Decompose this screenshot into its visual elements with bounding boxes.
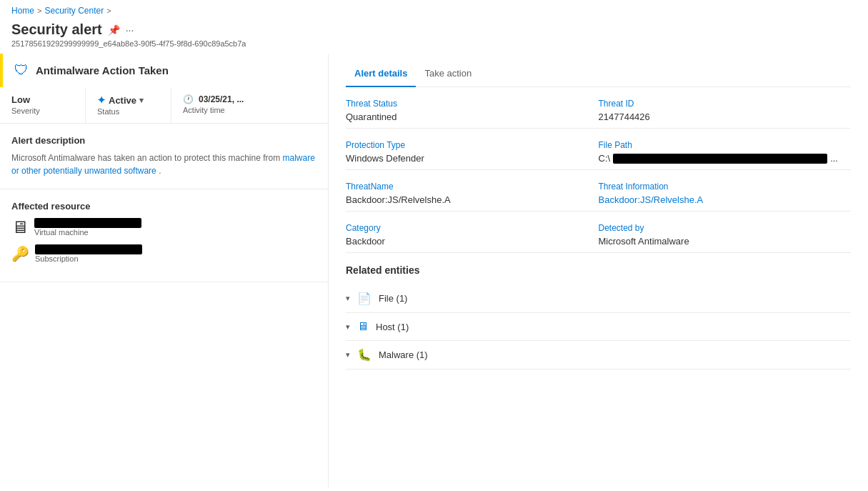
severity-value: Low [11,94,74,105]
threat-name-cell: ThreatName Backdoor:JS/Relvelshe.A [346,170,599,212]
breadcrumb-security-center[interactable]: Security Center [44,6,104,16]
alert-title: Antimalware Action Taken [36,64,169,76]
breadcrumb-sep1: > [37,6,41,15]
severity-meta: Low Severity [0,87,86,123]
entity-host-row[interactable]: ▾ 🖥 Host (1) [346,313,851,341]
protection-type-value: Windows Defender [346,153,593,164]
threat-name-value: Backdoor:JS/Relvelshe.A [346,194,593,205]
status-spinner-icon: ✦ [97,94,106,106]
host-entity-label: Host (1) [376,322,409,332]
desc-text-before: Microsoft Antimalware has taken an actio… [11,153,280,163]
desc-text-after: . [159,166,161,176]
subscription-resource-item: 🔑 Subscription [11,244,316,263]
vm-resource-item: 🖥 Virtual machine [11,217,316,237]
subscription-icon: 🔑 [11,245,29,262]
threat-id-value: 2147744426 [599,111,846,122]
threat-name-label: ThreatName [346,182,593,192]
clock-icon: 🕐 [183,94,194,104]
page-title: Security alert [11,21,102,38]
pin-icon[interactable]: 📌 [108,24,120,36]
breadcrumb-home[interactable]: Home [11,6,34,16]
entity-file-row[interactable]: ▾ 📄 File (1) [346,284,851,313]
alert-meta: Low Severity ✦ Active ▾ Status 🕐 03/25/2… [0,87,328,124]
file-entity-label: File (1) [379,293,407,304]
threat-status-label: Threat Status [346,99,593,109]
tabs: Alert details Take action [346,54,851,87]
vm-type-label: Virtual machine [34,228,141,237]
related-entities-section: Related entities ▾ 📄 File (1) ▾ 🖥 Host (… [346,253,851,381]
more-icon[interactable]: ··· [126,24,134,36]
alert-header: 🛡 Antimalware Action Taken [0,54,328,87]
left-panel: 🛡 Antimalware Action Taken Low Severity … [0,54,329,487]
status-text: Active [109,95,136,106]
vm-resource-info: Virtual machine [34,218,141,237]
file-entity-icon: 📄 [357,292,371,305]
status-chevron-icon[interactable]: ▾ [139,96,144,105]
status-label: Status [97,107,159,116]
malware-entity-label: Malware (1) [379,349,428,360]
page-header: Security alert 📌 ··· 2517856192929999999… [0,19,868,54]
malware-chevron-icon: ▾ [346,350,350,359]
subscription-name-redacted [35,244,142,254]
status-meta[interactable]: ✦ Active ▾ Status [86,87,171,123]
category-value: Backdoor [346,236,593,247]
detected-by-cell: Detected by Microsoft Antimalware [599,212,852,253]
protection-type-label: Protection Type [346,140,593,150]
right-panel: Alert details Take action Threat Status … [329,54,868,487]
alert-description-text: Microsoft Antimalware has taken an actio… [11,152,316,177]
details-grid: Threat Status Quarantined Threat ID 2147… [346,87,851,253]
alert-description-title: Alert description [11,135,316,146]
page-subtitle: 25178561929299999999_e64ab8e3-90f5-4f75-… [11,39,857,48]
affected-resource-title: Affected resource [11,201,316,212]
file-path-value: C:\ ... [599,153,846,164]
threat-status-cell: Threat Status Quarantined [346,87,599,129]
status-value: ✦ Active ▾ [97,94,159,106]
affected-resource-section: Affected resource 🖥 Virtual machine 🔑 Su… [0,189,328,282]
file-chevron-icon: ▾ [346,294,350,303]
threat-info-value[interactable]: Backdoor:JS/Relvelshe.A [599,194,846,205]
threat-id-cell: Threat ID 2147744426 [599,87,852,129]
protection-type-cell: Protection Type Windows Defender [346,129,599,170]
host-entity-icon: 🖥 [357,320,369,333]
entity-malware-row[interactable]: ▾ 🐛 Malware (1) [346,341,851,370]
host-chevron-icon: ▾ [346,322,350,332]
time-value: 🕐 03/25/21, ... [183,94,246,104]
threat-status-value: Quarantined [346,111,593,122]
detected-by-label: Detected by [599,223,846,233]
tab-take-action[interactable]: Take action [416,62,480,87]
file-path-ellipsis: ... [830,153,838,164]
threat-info-cell: Threat Information Backdoor:JS/Relvelshe… [599,170,852,212]
subscription-type-label: Subscription [35,254,142,263]
category-cell: Category Backdoor [346,212,599,253]
tab-alert-details[interactable]: Alert details [346,62,416,87]
related-entities-title: Related entities [346,264,851,276]
file-path-label: File Path [599,140,846,150]
vm-icon: 🖥 [11,217,29,237]
time-text: 03/25/21, ... [199,94,244,104]
detected-by-value: Microsoft Antimalware [599,236,846,247]
file-path-prefix: C:\ [599,153,611,164]
file-path-redacted [613,154,827,164]
subscription-resource-info: Subscription [35,244,142,263]
alert-description-section: Alert description Microsoft Antimalware … [0,124,328,189]
breadcrumb-sep2: > [106,6,111,15]
shield-icon: 🛡 [14,62,29,79]
malware-entity-icon: 🐛 [357,348,371,362]
breadcrumb: Home > Security Center > [0,0,868,19]
vm-name-redacted [34,218,141,228]
threat-info-label: Threat Information [599,182,846,192]
threat-id-label: Threat ID [599,99,846,109]
severity-label: Severity [11,106,74,115]
main-layout: 🛡 Antimalware Action Taken Low Severity … [0,54,868,487]
time-label: Activity time [183,106,246,114]
file-path-cell: File Path C:\ ... [599,129,852,170]
category-label: Category [346,223,593,233]
time-meta: 🕐 03/25/21, ... Activity time [171,87,257,123]
